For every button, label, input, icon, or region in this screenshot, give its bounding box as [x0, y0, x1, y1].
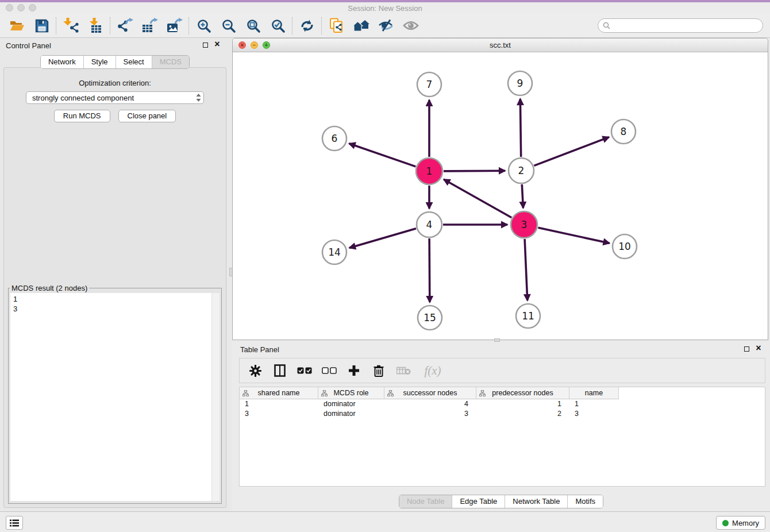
- table-row[interactable]: 1dominator411: [240, 399, 765, 409]
- graph-edge-4-14[interactable]: [349, 229, 416, 248]
- column-header-MCDS-role[interactable]: MCDS role: [318, 387, 384, 399]
- mcds-result-groupbox: MCDS result (2 nodes) 1 3: [8, 284, 222, 504]
- open-session-button[interactable]: [5, 16, 29, 36]
- mcds-result-area[interactable]: 1 3: [10, 293, 220, 501]
- control-panel: Control Panel × Network Style Select MCD…: [0, 38, 230, 511]
- tab-motifs[interactable]: Motifs: [567, 495, 603, 508]
- zoom-fit-icon: [246, 18, 261, 33]
- column-header-label: shared name: [258, 389, 300, 397]
- table-cell: 1: [569, 400, 619, 408]
- toolbar-separator: [321, 17, 322, 34]
- graph-edge-1-6[interactable]: [349, 144, 416, 167]
- zoom-fit-button[interactable]: [241, 16, 265, 36]
- mcds-result-title: MCDS result (2 nodes): [10, 284, 89, 292]
- table-cell: 2: [476, 410, 569, 418]
- dropdown-selected-value: strongly connected component: [26, 94, 193, 102]
- close-panel-pushbutton[interactable]: Close panel: [118, 110, 176, 122]
- delete-table-icon: [396, 366, 411, 375]
- houses-icon: [353, 19, 370, 32]
- plus-icon: [348, 365, 360, 376]
- hide-selected-button[interactable]: [374, 16, 398, 36]
- search-icon: [603, 22, 610, 29]
- toolbar-separator: [110, 17, 111, 34]
- export-network-button[interactable]: [113, 16, 137, 36]
- unchecked-boxes-icon: [322, 367, 337, 374]
- network-canvas[interactable]: 1234678910111415: [233, 52, 768, 340]
- graph-edge-2-3[interactable]: [522, 184, 523, 208]
- search-input[interactable]: [613, 20, 763, 32]
- tab-network-table[interactable]: Network Table: [505, 495, 567, 508]
- add-column-button[interactable]: [346, 363, 361, 379]
- deselect-all-columns-button[interactable]: [322, 363, 337, 379]
- toggle-panel-button[interactable]: [272, 363, 287, 379]
- graph-node-label-6: 6: [332, 133, 338, 144]
- graph-edge-4-15[interactable]: [429, 238, 430, 302]
- delete-table-button[interactable]: [396, 363, 411, 379]
- graph-node-label-8: 8: [621, 126, 627, 137]
- memory-button[interactable]: Memory: [716, 516, 765, 530]
- dropdown-chevrons-icon: [193, 94, 203, 102]
- graph-edge-1-2[interactable]: [444, 171, 505, 171]
- delete-column-button[interactable]: [371, 363, 386, 379]
- column-header-label: successor nodes: [403, 389, 457, 397]
- column-header-name[interactable]: name: [569, 387, 619, 399]
- toolbar-separator: [188, 17, 190, 34]
- titlebar: Session: New Session: [0, 2, 770, 14]
- graph-node-label-3: 3: [521, 219, 528, 230]
- select-all-columns-button[interactable]: [297, 363, 312, 379]
- checked-boxes-icon: [297, 367, 312, 374]
- result-scrollbar[interactable]: [211, 293, 220, 501]
- function-builder-button[interactable]: f(x): [421, 363, 445, 379]
- graph-edge-2-8[interactable]: [534, 137, 609, 166]
- column-header-label: name: [585, 389, 603, 397]
- graph-node-label-4: 4: [426, 219, 433, 230]
- control-panel-header: Control Panel ×: [0, 38, 230, 53]
- select-first-neighbors-button[interactable]: [349, 16, 374, 36]
- column-header-shared-name[interactable]: shared name: [240, 387, 318, 399]
- graph-node-label-9: 9: [517, 78, 523, 89]
- zoom-out-button[interactable]: [216, 16, 241, 36]
- clone-network-icon: [329, 18, 344, 33]
- optimization-criterion-dropdown[interactable]: strongly connected component: [26, 91, 204, 104]
- tab-node-table[interactable]: Node Table: [399, 495, 452, 508]
- float-panel-button[interactable]: [203, 43, 208, 48]
- refresh-button[interactable]: [295, 16, 319, 36]
- clone-network-button[interactable]: [324, 16, 349, 36]
- save-session-button[interactable]: [29, 16, 54, 36]
- zoom-in-icon: [197, 18, 211, 33]
- graph-edge-2-9[interactable]: [520, 99, 521, 157]
- search-field[interactable]: [598, 18, 763, 33]
- zoom-selected-button[interactable]: [265, 16, 290, 36]
- tab-edge-table[interactable]: Edge Table: [452, 495, 505, 508]
- graph-node-label-14: 14: [328, 246, 341, 258]
- column-header-predecessor-nodes[interactable]: predecessor nodes: [476, 387, 569, 399]
- tab-select[interactable]: Select: [116, 56, 152, 68]
- table-toolbar: f(x): [239, 358, 765, 383]
- toolbar-separator: [56, 17, 57, 34]
- table-close-panel-button[interactable]: ×: [754, 343, 763, 353]
- tab-style[interactable]: Style: [83, 56, 116, 68]
- tab-mcds[interactable]: MCDS: [152, 56, 189, 68]
- export-table-button[interactable]: [137, 16, 162, 36]
- show-all-button[interactable]: [398, 16, 423, 36]
- graph-edge-3-10[interactable]: [538, 228, 609, 243]
- task-history-button[interactable]: [6, 516, 23, 530]
- import-network-button[interactable]: [59, 16, 83, 36]
- table-settings-button[interactable]: [248, 363, 263, 379]
- table-cell: dominator: [318, 400, 384, 408]
- split-panel-icon: [274, 364, 286, 377]
- node-table: shared nameMCDS rolesuccessor nodesprede…: [239, 387, 765, 487]
- import-table-button[interactable]: [83, 16, 108, 36]
- graph-edge-3-11[interactable]: [525, 239, 528, 300]
- table-row[interactable]: 3dominator323: [240, 409, 765, 419]
- close-panel-button[interactable]: ×: [213, 39, 222, 49]
- column-header-successor-nodes[interactable]: successor nodes: [384, 387, 476, 399]
- table-float-panel-button[interactable]: [744, 346, 749, 352]
- run-mcds-button[interactable]: Run MCDS: [54, 110, 110, 122]
- graph-edge-3-1[interactable]: [444, 179, 511, 217]
- zoom-in-button[interactable]: [191, 16, 216, 36]
- export-image-button[interactable]: [162, 16, 187, 36]
- tab-network[interactable]: Network: [41, 56, 83, 68]
- eye-disabled-icon: [403, 20, 419, 31]
- import-network-icon: [63, 18, 79, 33]
